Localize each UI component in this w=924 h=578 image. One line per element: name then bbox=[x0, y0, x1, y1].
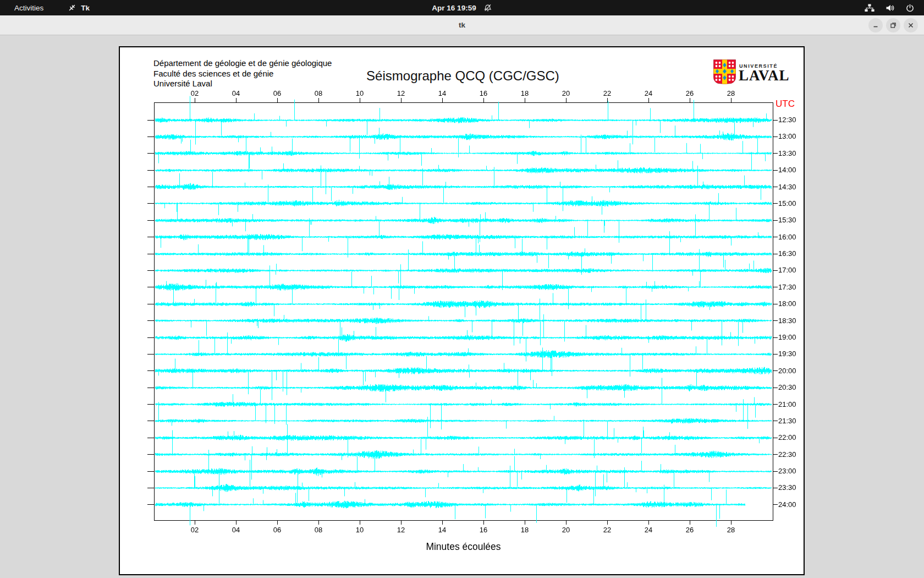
time-label: 15:00 bbox=[778, 199, 796, 208]
minute-tick-label-bottom: 02 bbox=[191, 526, 199, 534]
tk-app-icon bbox=[68, 3, 76, 12]
system-tray[interactable] bbox=[865, 4, 914, 12]
minute-tick-label-top: 08 bbox=[315, 89, 322, 97]
window-content: Département de géologie et de génie géol… bbox=[0, 36, 924, 578]
close-icon bbox=[908, 22, 914, 29]
clock-button[interactable]: Apr 16 19:59 bbox=[432, 4, 492, 12]
time-label: 24:00 bbox=[778, 500, 796, 509]
time-label: 15:30 bbox=[778, 216, 796, 224]
tk-app-indicator[interactable]: Tk bbox=[68, 3, 90, 12]
time-label: 20:30 bbox=[778, 383, 796, 391]
seismogram-canvas bbox=[120, 47, 804, 574]
minute-tick-label-top: 02 bbox=[191, 89, 199, 97]
time-label: 23:00 bbox=[778, 467, 796, 475]
minute-tick-label-bottom: 08 bbox=[315, 526, 322, 534]
minute-tick-label-top: 26 bbox=[686, 89, 694, 97]
activities-button[interactable]: Activities bbox=[11, 3, 47, 13]
minute-tick-label-bottom: 12 bbox=[397, 526, 405, 534]
minute-tick-label-top: 28 bbox=[727, 89, 735, 97]
minute-tick-label-bottom: 26 bbox=[686, 526, 694, 534]
minute-tick-label-top: 12 bbox=[397, 89, 405, 97]
seismograph-figure: Département de géologie et de génie géol… bbox=[119, 46, 805, 575]
minute-tick-label-bottom: 28 bbox=[727, 526, 735, 534]
time-label: 21:00 bbox=[778, 400, 796, 408]
tk-app-label: Tk bbox=[81, 4, 90, 12]
time-label: 19:00 bbox=[778, 333, 796, 341]
minute-tick-label-bottom: 04 bbox=[232, 526, 240, 534]
notifications-muted-icon bbox=[484, 4, 492, 12]
minute-tick-label-bottom: 14 bbox=[438, 526, 446, 534]
minute-tick-label-bottom: 24 bbox=[645, 526, 652, 534]
minute-tick-label-top: 20 bbox=[562, 89, 570, 97]
maximize-icon bbox=[890, 22, 897, 29]
time-label: 14:30 bbox=[778, 183, 796, 191]
time-label: 13:00 bbox=[778, 132, 796, 140]
volume-icon bbox=[886, 4, 895, 12]
time-label: 17:00 bbox=[778, 266, 796, 274]
minute-tick-label-top: 10 bbox=[356, 89, 364, 97]
time-label: 21:30 bbox=[778, 417, 796, 425]
time-label: 19:30 bbox=[778, 350, 796, 358]
minimize-button[interactable] bbox=[868, 18, 883, 32]
minute-tick-label-bottom: 10 bbox=[356, 526, 364, 534]
time-label: 12:30 bbox=[778, 116, 796, 124]
gnome-top-bar: Activities Tk Apr 16 19:59 bbox=[0, 0, 924, 15]
close-button[interactable] bbox=[904, 18, 918, 32]
minute-tick-label-top: 24 bbox=[645, 89, 652, 97]
minute-tick-label-bottom: 20 bbox=[562, 526, 570, 534]
time-label: 22:00 bbox=[778, 433, 796, 441]
utc-label: UTC bbox=[776, 99, 795, 110]
time-label: 22:30 bbox=[778, 450, 796, 459]
time-label: 16:30 bbox=[778, 249, 796, 258]
window-titlebar[interactable]: tk bbox=[0, 15, 924, 35]
time-label: 17:30 bbox=[778, 283, 796, 291]
network-wired-icon bbox=[865, 4, 875, 12]
maximize-button[interactable] bbox=[886, 18, 900, 32]
minute-tick-label-bottom: 22 bbox=[603, 526, 611, 534]
time-label: 16:00 bbox=[778, 233, 796, 241]
time-label: 20:00 bbox=[778, 367, 796, 375]
time-label: 23:30 bbox=[778, 483, 796, 492]
minute-tick-label-top: 04 bbox=[232, 89, 240, 97]
minute-tick-label-bottom: 16 bbox=[480, 526, 487, 534]
minute-tick-label-top: 18 bbox=[521, 89, 529, 97]
minute-tick-label-bottom: 18 bbox=[521, 526, 529, 534]
minute-tick-label-top: 16 bbox=[480, 89, 487, 97]
time-label: 14:00 bbox=[778, 166, 796, 174]
minimize-icon bbox=[872, 22, 879, 29]
time-label: 18:30 bbox=[778, 317, 796, 325]
minute-tick-label-bottom: 06 bbox=[273, 526, 281, 534]
window-title: tk bbox=[459, 21, 465, 29]
time-label: 18:00 bbox=[778, 299, 796, 308]
minute-tick-label-top: 14 bbox=[438, 89, 446, 97]
power-icon bbox=[906, 4, 914, 12]
clock-label: Apr 16 19:59 bbox=[432, 4, 476, 12]
minute-tick-label-top: 06 bbox=[273, 89, 281, 97]
minute-tick-label-top: 22 bbox=[603, 89, 611, 97]
time-label: 13:30 bbox=[778, 149, 796, 157]
xaxis-title: Minutes écoulées bbox=[154, 541, 773, 553]
